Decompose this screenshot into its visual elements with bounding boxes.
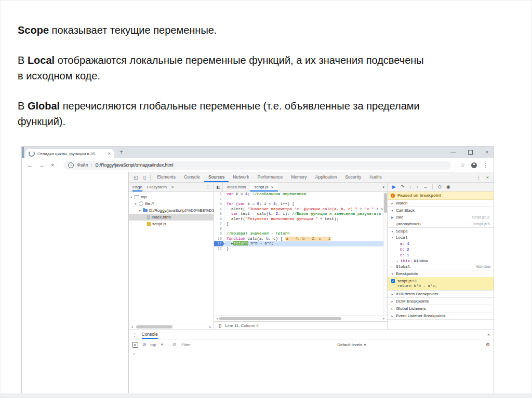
new-tab-button[interactable]: + <box>119 148 123 156</box>
browser-tab[interactable]: Отладка циклы, функции в JS × <box>25 149 114 158</box>
tree-item-top[interactable]: ▾top <box>129 194 214 200</box>
console-settings-gear-icon[interactable]: ⚙ <box>486 342 490 347</box>
tab-audits[interactable]: Audits <box>365 172 386 182</box>
tab-console[interactable]: Console <box>180 172 204 182</box>
scope-local-group[interactable]: ▾ Local <box>388 235 494 241</box>
breakpoint-line-number[interactable]: 11 <box>214 241 224 246</box>
watch-header[interactable]: ▸ Watch <box>388 200 494 207</box>
browser-menu-icon[interactable]: ⋮ <box>483 162 488 168</box>
scroll-right-icon[interactable]: ► <box>209 325 212 328</box>
toggle-navigator-icon[interactable]: ◧ <box>214 183 223 191</box>
console-drawer-tab[interactable]: Console <box>142 330 158 339</box>
step-icon[interactable]: → <box>423 185 428 189</box>
inspect-icon[interactable]: ◱ <box>131 175 141 180</box>
call-stack-header[interactable]: ▾ Call Stack <box>388 207 494 214</box>
clear-console-icon[interactable]: ⊘ <box>142 342 147 347</box>
breakpoints-header[interactable]: ▾ Breakpoints <box>388 270 494 277</box>
drawer-menu-icon[interactable]: ⋮ <box>132 332 137 337</box>
navigator-menu-icon[interactable]: ⋮ <box>206 185 210 189</box>
bookmark-star-icon[interactable]: ☆ <box>460 162 465 168</box>
checkbox-checked-icon[interactable]: ✓ <box>391 279 395 283</box>
tab-sources[interactable]: Sources <box>204 172 229 182</box>
scrollbar-thumb[interactable] <box>384 193 387 213</box>
section-header[interactable]: ▸Event Listener Breakpoints <box>388 312 494 319</box>
page-info-icon[interactable]: i <box>68 162 74 168</box>
console-messages[interactable]: › <box>129 350 494 393</box>
pause-on-exceptions-icon[interactable]: ◉ <box>446 185 450 189</box>
scrollbar-thumb[interactable] <box>136 325 172 328</box>
forward-icon[interactable]: → <box>39 162 45 168</box>
scope-this-row[interactable]: ▸ this: Window <box>388 258 494 264</box>
line-number[interactable]: 7 <box>214 222 224 227</box>
line-number[interactable]: 2 <box>214 197 224 202</box>
scroll-right-icon[interactable]: ► <box>382 317 385 320</box>
tree-item-file-[interactable]: ▾file:// <box>129 200 214 207</box>
pretty-print-icon[interactable]: {} <box>219 323 221 328</box>
scope-variable-a[interactable]: a: 4 <box>388 241 494 246</box>
execution-context-selector[interactable]: top <box>151 342 156 347</box>
restore-button[interactable] <box>468 150 473 155</box>
editor-tabs-more-icon[interactable]: ▾ <box>382 183 387 191</box>
editor-horizontal-scrollbar[interactable]: ◄ ► <box>214 315 387 321</box>
editor-tab-index-html[interactable]: index.html <box>223 183 250 191</box>
scrollbar-thumb[interactable] <box>219 317 341 320</box>
line-number[interactable]: 6 <box>214 217 224 222</box>
step-out-icon[interactable]: ↑ <box>416 185 419 189</box>
navigator-scrollbar[interactable]: ◄ ► <box>129 324 214 330</box>
devtools-menu-icon[interactable]: ⋮ <box>476 175 481 180</box>
breakpoint-entry[interactable]: ✓ script.js:11 return b*b - a*c; <box>388 277 494 290</box>
scope-variable-c[interactable]: c: 1 <box>388 252 494 258</box>
editor-tab-script-js[interactable]: script.js × <box>250 183 277 191</box>
scroll-left-icon[interactable]: ◄ <box>130 325 134 328</box>
scope-header[interactable]: ▾ Scope <box>388 228 494 235</box>
tab-network[interactable]: Network <box>229 172 253 182</box>
editor-vertical-scrollbar[interactable] <box>383 192 387 315</box>
step-over-icon[interactable]: ↷ <box>401 185 405 189</box>
section-header[interactable]: ▸Global Listeners <box>388 305 494 312</box>
console-sidebar-toggle-icon[interactable]: ▶ <box>132 342 138 348</box>
tab-application[interactable]: Application <box>311 172 341 182</box>
tree-item-d-roggy-javascript-d0-be-d1-82-d0-bb-d0-b0-d0-b4-d0-ba-d0-b0[interactable]: ▾D:/Roggy/javaScript/%D0%BE%D1%82%D0%BB%… <box>129 207 214 214</box>
tab-performance[interactable]: Performance <box>253 172 287 182</box>
close-window-button[interactable]: × <box>485 149 488 155</box>
line-number[interactable]: 10 <box>214 237 224 242</box>
line-number[interactable]: 5 <box>214 212 224 217</box>
section-header[interactable]: ▸DOM Breakpoints <box>388 298 494 305</box>
resume-icon[interactable]: ▶ <box>392 185 396 189</box>
address-bar[interactable]: i Файл | D:/Roggy/javaScript/отладка/ind… <box>63 161 451 170</box>
tab-memory[interactable]: Memory <box>287 172 311 182</box>
console-filter-input[interactable] <box>180 342 302 348</box>
stack-frame-anonymous[interactable]: (anonymous) script.js:5 <box>388 221 494 227</box>
editor-tab-close-icon[interactable]: × <box>271 185 274 190</box>
deactivate-breakpoints-icon[interactable]: ⊝ <box>437 185 442 189</box>
live-expression-eye-icon[interactable]: ⊙ <box>172 342 177 347</box>
minimize-button[interactable]: — <box>450 149 456 155</box>
log-levels-dropdown[interactable]: Default levels ▼ <box>337 342 366 347</box>
tab-close-icon[interactable]: × <box>108 151 111 156</box>
navigator-more-tabs[interactable]: » <box>171 185 174 189</box>
tree-item-index-html[interactable]: index.html <box>129 214 214 221</box>
navigator-tab-page[interactable]: Page <box>132 183 142 191</box>
tab-elements[interactable]: Elements <box>153 172 179 182</box>
line-number[interactable]: 1 <box>214 192 224 197</box>
tree-item-script-js[interactable]: script.js <box>129 221 214 227</box>
section-header[interactable]: ▸XHR/fetch Breakpoints <box>388 291 494 297</box>
stop-icon[interactable]: × <box>51 162 54 168</box>
scope-global-group[interactable]: ▸ Global Window <box>388 264 494 270</box>
line-number[interactable]: 3 <box>214 202 224 207</box>
line-number[interactable]: 12 <box>214 246 224 252</box>
profile-avatar[interactable] <box>471 162 477 168</box>
devtools-close-icon[interactable]: × <box>486 175 489 180</box>
line-number[interactable]: 4 <box>214 207 224 212</box>
line-number[interactable]: 9 <box>214 231 224 237</box>
scope-variable-b[interactable]: b: 2 <box>388 246 494 252</box>
navigator-tab-filesystem[interactable]: Filesystem <box>147 183 167 191</box>
console-prompt[interactable]: › <box>132 352 135 357</box>
stack-frame-calc[interactable]: ▶ calc script.js:11 <box>388 214 494 221</box>
drawer-close-icon[interactable]: × <box>487 332 490 337</box>
step-into-icon[interactable]: ↓ <box>409 185 411 189</box>
scroll-left-icon[interactable]: ◄ <box>216 317 219 320</box>
tab-security[interactable]: Security <box>341 172 365 182</box>
line-number[interactable]: 8 <box>214 227 224 232</box>
back-icon[interactable]: ← <box>27 162 33 168</box>
